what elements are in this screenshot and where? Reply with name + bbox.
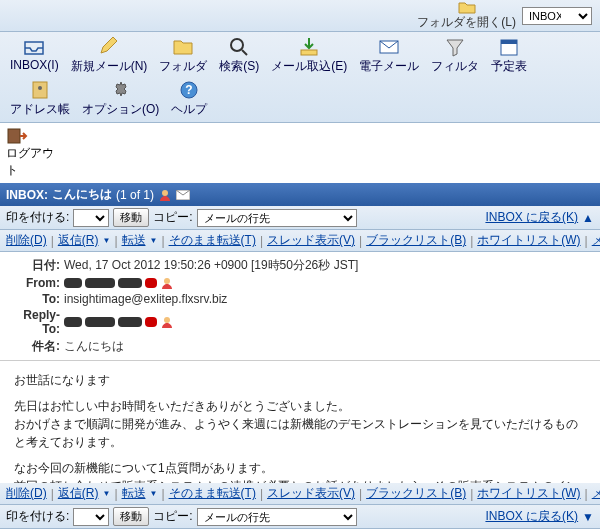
copy-label-btm: コピー: xyxy=(153,508,192,525)
flag-select[interactable] xyxy=(73,209,109,227)
forward-link-btm[interactable]: 転送 xyxy=(122,485,146,502)
from-value xyxy=(64,276,174,290)
person-icon xyxy=(158,188,172,202)
date-value: Wed, 17 Oct 2012 19:50:26 +0900 [19時50分2… xyxy=(64,257,358,274)
whitelist-link[interactable]: ホワイトリスト(W) xyxy=(477,232,580,249)
move-button[interactable]: 移動 xyxy=(113,208,149,227)
logout-icon xyxy=(6,127,28,145)
svg-point-0 xyxy=(231,39,243,51)
fetch-button[interactable]: メール取込(E) xyxy=(265,34,353,77)
inbox-button[interactable]: INBOX(I) xyxy=(4,34,65,77)
chevron-down-icon[interactable]: ▼ xyxy=(582,510,594,524)
title-folder: INBOX: xyxy=(6,188,48,202)
chevron-down-icon[interactable]: ▼ xyxy=(150,236,158,245)
envelope-icon xyxy=(176,190,190,200)
delete-link[interactable]: 削除(D) xyxy=(6,232,47,249)
subject-value: こんにちは xyxy=(64,338,124,355)
chevron-down-icon[interactable]: ▼ xyxy=(150,489,158,498)
address-button[interactable]: アドレス帳 xyxy=(4,77,76,120)
from-label: From: xyxy=(8,276,64,290)
folder-icon xyxy=(172,36,194,58)
fetch-icon xyxy=(298,36,320,58)
forward-as-link-btm[interactable]: そのまま転送(T) xyxy=(169,485,256,502)
folder-open-label: フォルダを開く(L) xyxy=(417,14,516,31)
replyto-label: Reply-To: xyxy=(8,308,64,336)
chevron-down-icon[interactable]: ▼ xyxy=(102,489,110,498)
footer-action-row: 削除(D)| 返信(R)▼| 転送▼| そのまま転送(T)| スレッド表示(V)… xyxy=(0,483,600,505)
email-icon xyxy=(378,36,400,58)
forward-as-link[interactable]: そのまま転送(T) xyxy=(169,232,256,249)
thread-link-btm[interactable]: スレッド表示(V) xyxy=(267,485,355,502)
thread-link[interactable]: スレッド表示(V) xyxy=(267,232,355,249)
copy-label: コピー: xyxy=(153,209,192,226)
svg-point-6 xyxy=(38,86,42,90)
delete-link-btm[interactable]: 削除(D) xyxy=(6,485,47,502)
forward-link[interactable]: 転送 xyxy=(122,232,146,249)
body-p2: 先日はお忙しい中お時間をいただきありがとうございました。 おかげさまで順調に開発… xyxy=(14,397,586,451)
subject-label: 件名: xyxy=(8,338,64,355)
email-button[interactable]: 電子メール xyxy=(353,34,425,77)
svg-point-10 xyxy=(162,190,168,196)
search-icon xyxy=(228,36,250,58)
flag-row: 印を付ける: 移動 コピー: メールの行先 INBOX に戻る(K) ▲ xyxy=(0,206,600,230)
reply-link[interactable]: 返信(R) xyxy=(58,232,99,249)
chevron-down-icon[interactable]: ▼ xyxy=(102,236,110,245)
chevron-up-icon[interactable]: ▲ xyxy=(582,211,594,225)
person-icon[interactable] xyxy=(160,276,174,290)
title-bar: INBOX: こんにちは (1 of 1) xyxy=(0,183,600,206)
flag-label-btm: 印を付ける: xyxy=(6,508,69,525)
blacklist-link-btm[interactable]: ブラックリスト(B) xyxy=(366,485,466,502)
svg-rect-1 xyxy=(301,50,317,55)
folder-button[interactable]: フォルダ xyxy=(153,34,213,77)
new-mail-button[interactable]: 新規メール(N) xyxy=(65,34,154,77)
to-value: insightimage@exlitep.flxsrv.biz xyxy=(64,292,227,306)
main-toolbar: INBOX(I) 新規メール(N) フォルダ 検索(S) メール取込(E) 電子… xyxy=(0,32,600,123)
inbox-icon xyxy=(23,36,45,58)
svg-point-13 xyxy=(164,317,170,323)
folder-open-button[interactable]: フォルダを開く(L) xyxy=(417,0,516,31)
date-label: 日付: xyxy=(8,257,64,274)
logout-button[interactable]: ログアウト xyxy=(0,123,60,183)
back-to-inbox-link-btm[interactable]: INBOX に戻る(K) xyxy=(485,508,578,525)
gear-icon xyxy=(110,79,132,101)
filter-icon xyxy=(444,36,466,58)
footer-flag-row: 印を付ける: 移動 コピー: メールの行先 INBOX に戻る(K) ▼ xyxy=(0,505,600,529)
reply-link-btm[interactable]: 返信(R) xyxy=(58,485,99,502)
dest-select[interactable]: メールの行先 xyxy=(197,209,357,227)
svg-rect-9 xyxy=(8,129,20,143)
action-row: 削除(D)| 返信(R)▼| 転送▼| そのまま転送(T)| スレッド表示(V)… xyxy=(0,230,600,252)
blacklist-link[interactable]: ブラックリスト(B) xyxy=(366,232,466,249)
svg-point-12 xyxy=(164,278,170,284)
calendar-button[interactable]: 予定表 xyxy=(485,34,533,77)
whitelist-link-btm[interactable]: ホワイトリスト(W) xyxy=(477,485,580,502)
dest-select-btm[interactable]: メールの行先 xyxy=(197,508,357,526)
title-subject: こんにちは xyxy=(52,186,112,203)
to-label: To: xyxy=(8,292,64,306)
move-button-btm[interactable]: 移動 xyxy=(113,507,149,526)
message-headers: 日付:Wed, 17 Oct 2012 19:50:26 +0900 [19時5… xyxy=(0,252,600,361)
body-p1: お世話になります xyxy=(14,371,586,389)
svg-text:?: ? xyxy=(186,83,193,97)
search-button[interactable]: 検索(S) xyxy=(213,34,265,77)
help-button[interactable]: ?ヘルプ xyxy=(165,77,213,120)
help-icon: ? xyxy=(178,79,200,101)
title-count: (1 of 1) xyxy=(116,188,154,202)
address-icon xyxy=(29,79,51,101)
folder-icon xyxy=(458,0,476,14)
folder-select[interactable]: INBOX xyxy=(522,7,592,25)
source-link-btm[interactable]: メール原文(M) xyxy=(592,485,600,502)
flag-label: 印を付ける: xyxy=(6,209,69,226)
replyto-value xyxy=(64,308,174,336)
source-link[interactable]: メール原文(M) xyxy=(592,232,600,249)
calendar-icon xyxy=(498,36,520,58)
options-button[interactable]: オプション(O) xyxy=(76,77,165,120)
person-icon[interactable] xyxy=(160,315,174,329)
back-to-inbox-link[interactable]: INBOX に戻る(K) xyxy=(485,209,578,226)
flag-select-btm[interactable] xyxy=(73,508,109,526)
svg-rect-4 xyxy=(501,40,517,44)
pencil-icon xyxy=(98,36,120,58)
filter-button[interactable]: フィルタ xyxy=(425,34,485,77)
